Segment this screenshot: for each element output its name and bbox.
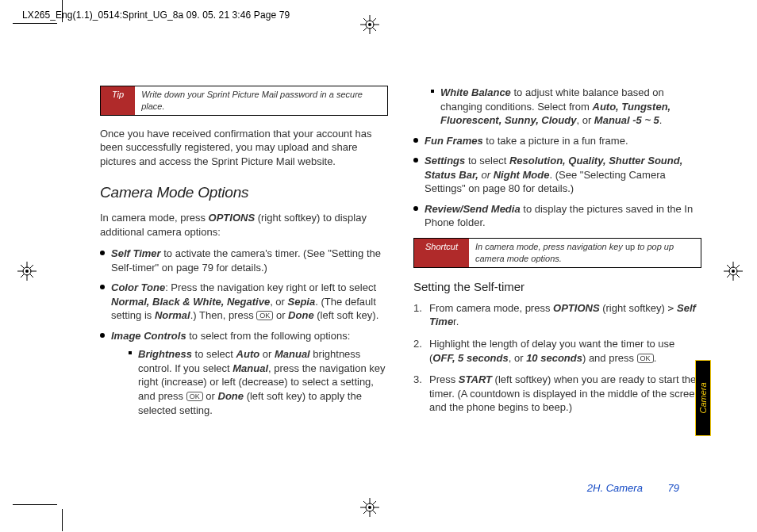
footer-section: 2H. Camera <box>587 482 643 494</box>
option-value: Manual -5 ~ 5 <box>594 114 659 126</box>
list-item: Settings to select Resolution, Quality, … <box>413 154 701 196</box>
intro-paragraph: Once you have received confirmation that… <box>100 127 388 169</box>
shortcut-label: Shortcut <box>414 239 469 267</box>
list-item: Image Controls to select from the follow… <box>100 329 388 417</box>
option-name: Brightness <box>138 348 192 360</box>
option-name: Review/Send Media <box>425 203 521 215</box>
page-number: 79 <box>668 482 679 494</box>
text: or <box>259 348 275 360</box>
list-item: White Balance to adjust white balance ba… <box>431 86 701 128</box>
key-name: up <box>625 242 635 251</box>
option-name: Settings <box>425 155 465 166</box>
page-footer: 2H. Camera 79 <box>587 482 679 494</box>
ok-key-icon: OK <box>256 311 273 320</box>
section-thumb-tab: Camera <box>695 360 711 436</box>
text: to select <box>465 155 509 166</box>
list-item: Fun Frames to take a picture in a fun fr… <box>413 134 701 148</box>
svg-point-3 <box>368 506 371 509</box>
page: LX265_Eng(1.1)_0514:Sprint_UG_8a 09. 05.… <box>0 0 757 532</box>
list-item: Press START (left softkey) when you are … <box>413 373 701 415</box>
crop-mark <box>13 23 57 24</box>
text: to select <box>192 348 236 360</box>
subsection-heading: Setting the Self-timer <box>413 279 701 295</box>
svg-point-7 <box>732 270 735 273</box>
list-item: Review/Send Media to display the picture… <box>413 202 701 230</box>
text: In camera mode, press <box>100 212 209 224</box>
sub-list-continued: White Balance to adjust white balance ba… <box>431 86 701 128</box>
options-key: OPTIONS <box>553 302 600 314</box>
text: (left soft key). <box>314 309 379 321</box>
option-value: Normal <box>155 309 190 321</box>
content-area: Tip Write down your Sprint Picture Mail … <box>100 86 701 492</box>
text: (right softkey) <box>600 302 668 314</box>
registration-icon <box>724 262 743 281</box>
text: , or <box>270 296 287 308</box>
camera-intro: In camera mode, press OPTIONS (right sof… <box>100 211 388 239</box>
text: or <box>273 309 288 321</box>
crop-mark <box>62 509 63 531</box>
text: to take a picture in a fun frame. <box>483 135 628 147</box>
registration-icon <box>360 15 379 34</box>
list-item: Color Tone: Press the navigation key rig… <box>100 281 388 323</box>
option-value: Normal, Black & White, Negative <box>111 296 270 308</box>
ok-key-icon: OK <box>186 392 203 401</box>
text: : Press the navigation key right or left… <box>165 281 376 293</box>
option-value: 10 seconds <box>526 352 582 364</box>
left-column: Tip Write down your Sprint Picture Mail … <box>100 86 388 492</box>
svg-point-5 <box>25 270 29 273</box>
softkey: START <box>459 373 492 385</box>
option-list: Self Timer to activate the camera's time… <box>100 247 388 417</box>
option-value: Night Mode <box>494 169 550 181</box>
crop-mark <box>62 0 63 22</box>
option-list-continued: Fun Frames to take a picture in a fun fr… <box>413 134 701 230</box>
registration-icon <box>17 262 37 281</box>
options-key: OPTIONS <box>209 212 256 224</box>
ok-key-icon: OK <box>637 354 654 363</box>
text: , or <box>509 352 526 364</box>
tip-callout: Tip Write down your Sprint Picture Mail … <box>100 86 388 116</box>
text: .) Then, press <box>190 309 257 321</box>
text: ) and press <box>582 352 637 364</box>
text: or <box>478 169 494 181</box>
list-item: Highlight the length of delay you want t… <box>413 337 701 365</box>
right-column: White Balance to adjust white balance ba… <box>413 86 701 492</box>
tip-body: Write down your Sprint Picture Mail pass… <box>135 86 387 115</box>
option-value: Manual <box>232 362 268 374</box>
crop-mark <box>13 504 57 505</box>
option-name: Image Controls <box>111 330 186 342</box>
text: Press <box>429 373 459 385</box>
option-value: Sepia <box>288 296 316 308</box>
breadcrumb-arrow-icon: > <box>668 302 674 314</box>
softkey: Done <box>218 390 244 402</box>
svg-point-1 <box>368 23 371 26</box>
list-item: Brightness to select Auto or Manual brig… <box>129 347 388 417</box>
shortcut-callout: Shortcut In camera mode, press navigatio… <box>413 238 701 268</box>
shortcut-body: In camera mode, press navigation key up … <box>469 239 701 267</box>
list-item: From camera mode, press OPTIONS (right s… <box>413 301 701 329</box>
option-value: OFF, 5 seconds <box>432 352 508 364</box>
text: , or <box>576 114 594 126</box>
text: to select from the following options: <box>186 330 351 342</box>
list-item: Self Timer to activate the camera's time… <box>100 247 388 274</box>
option-name: Color Tone <box>111 281 165 293</box>
option-name: Self Timer <box>111 247 161 259</box>
text: . <box>659 114 663 126</box>
option-name: White Balance <box>440 86 511 98</box>
sub-list: Brightness to select Auto or Manual brig… <box>129 347 388 417</box>
text: r. <box>453 316 459 327</box>
text: In camera mode, press navigation key <box>475 242 625 251</box>
tip-label: Tip <box>101 86 135 115</box>
option-name: Fun Frames <box>425 135 483 147</box>
steps-list: From camera mode, press OPTIONS (right s… <box>413 301 701 415</box>
registration-icon <box>360 498 379 517</box>
text: From camera mode, press <box>429 302 553 314</box>
option-value: Manual <box>275 348 310 360</box>
text: or <box>203 390 218 402</box>
softkey: Done <box>288 309 314 321</box>
option-value: Auto <box>236 348 260 360</box>
section-heading: Camera Mode Options <box>100 182 388 203</box>
thumb-tab-label: Camera <box>698 382 708 413</box>
text: . <box>654 352 657 364</box>
